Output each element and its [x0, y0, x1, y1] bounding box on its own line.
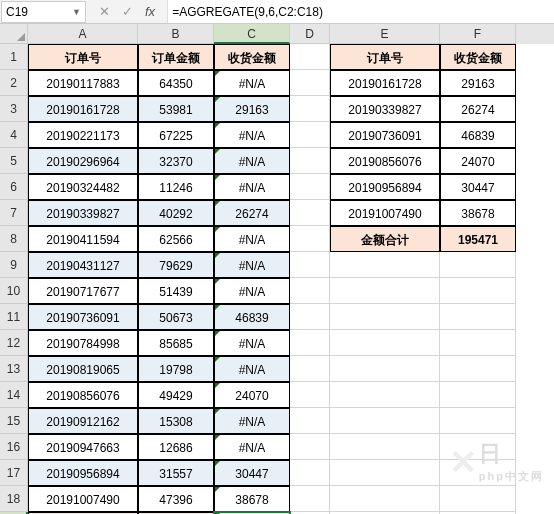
cell[interactable]: 20190912162: [28, 408, 138, 434]
cell[interactable]: 64350: [138, 70, 214, 96]
cell[interactable]: [290, 174, 330, 200]
row-header[interactable]: 4: [0, 122, 28, 148]
cell[interactable]: 20190784998: [28, 330, 138, 356]
cell[interactable]: #N/A: [214, 278, 290, 304]
cell[interactable]: [330, 304, 440, 330]
cell[interactable]: 20190431127: [28, 252, 138, 278]
row-header[interactable]: 3: [0, 96, 28, 122]
cell[interactable]: 195471: [440, 226, 516, 252]
cell[interactable]: 20190736091: [28, 304, 138, 330]
cell[interactable]: 30447: [214, 460, 290, 486]
row-header[interactable]: 5: [0, 148, 28, 174]
cell[interactable]: 49429: [138, 382, 214, 408]
cell[interactable]: 20190296964: [28, 148, 138, 174]
row-header[interactable]: 7: [0, 200, 28, 226]
cell[interactable]: 20190324482: [28, 174, 138, 200]
fx-icon[interactable]: fx: [145, 4, 155, 19]
cell[interactable]: 20190947663: [28, 434, 138, 460]
cell[interactable]: 收货金额: [214, 44, 290, 70]
cell[interactable]: [330, 408, 440, 434]
cell[interactable]: [330, 486, 440, 512]
cell[interactable]: #N/A: [214, 330, 290, 356]
spreadsheet-grid[interactable]: 1订单号订单金额收货金额订单号收货金额22019011788364350#N/A…: [0, 44, 554, 514]
cell[interactable]: [440, 356, 516, 382]
cell[interactable]: [290, 460, 330, 486]
cell[interactable]: [440, 304, 516, 330]
chevron-down-icon[interactable]: ▼: [72, 7, 81, 17]
cell[interactable]: [290, 148, 330, 174]
cell[interactable]: 20190221173: [28, 122, 138, 148]
row-header[interactable]: 13: [0, 356, 28, 382]
cell[interactable]: #N/A: [214, 252, 290, 278]
cell[interactable]: #N/A: [214, 356, 290, 382]
row-header[interactable]: 11: [0, 304, 28, 330]
cell[interactable]: 79629: [138, 252, 214, 278]
row-header[interactable]: 6: [0, 174, 28, 200]
cell[interactable]: [290, 408, 330, 434]
cell[interactable]: #N/A: [214, 148, 290, 174]
cell[interactable]: 20190717677: [28, 278, 138, 304]
cell[interactable]: 38678: [214, 486, 290, 512]
cell[interactable]: 订单号: [28, 44, 138, 70]
cell[interactable]: 85685: [138, 330, 214, 356]
cell[interactable]: #N/A: [214, 122, 290, 148]
cell[interactable]: [290, 304, 330, 330]
cell[interactable]: 46839: [214, 304, 290, 330]
select-all-corner[interactable]: [0, 24, 28, 44]
cell[interactable]: #N/A: [214, 174, 290, 200]
cell[interactable]: [330, 460, 440, 486]
cell[interactable]: 26274: [214, 200, 290, 226]
cell[interactable]: 20190161728: [330, 70, 440, 96]
cell[interactable]: 19798: [138, 356, 214, 382]
col-header-d[interactable]: D: [290, 24, 330, 44]
cell[interactable]: [290, 486, 330, 512]
cell[interactable]: [330, 382, 440, 408]
cell[interactable]: 20190956894: [28, 460, 138, 486]
cell[interactable]: 29163: [440, 70, 516, 96]
cell[interactable]: [330, 356, 440, 382]
cell[interactable]: [290, 44, 330, 70]
cell[interactable]: 订单号: [330, 44, 440, 70]
cell[interactable]: [330, 252, 440, 278]
cell[interactable]: 24070: [440, 148, 516, 174]
cell[interactable]: 20190956894: [330, 174, 440, 200]
cell[interactable]: 46839: [440, 122, 516, 148]
cell[interactable]: [440, 252, 516, 278]
cell[interactable]: 20190856076: [28, 382, 138, 408]
cell[interactable]: 47396: [138, 486, 214, 512]
cell[interactable]: 11246: [138, 174, 214, 200]
cell[interactable]: 30447: [440, 174, 516, 200]
cell[interactable]: [290, 70, 330, 96]
cell[interactable]: 50673: [138, 304, 214, 330]
cell[interactable]: 24070: [214, 382, 290, 408]
cell[interactable]: 20191007490: [330, 200, 440, 226]
cell[interactable]: #N/A: [214, 434, 290, 460]
cell[interactable]: [440, 486, 516, 512]
cell[interactable]: 20190819065: [28, 356, 138, 382]
col-header-c[interactable]: C: [214, 24, 290, 44]
cell[interactable]: 12686: [138, 434, 214, 460]
cell[interactable]: [290, 356, 330, 382]
name-box[interactable]: C19 ▼: [1, 1, 86, 23]
cell[interactable]: 20191007490: [28, 486, 138, 512]
cell[interactable]: 40292: [138, 200, 214, 226]
row-header[interactable]: 16: [0, 434, 28, 460]
cell[interactable]: [440, 330, 516, 356]
row-header[interactable]: 10: [0, 278, 28, 304]
row-header[interactable]: 15: [0, 408, 28, 434]
cell[interactable]: 20190736091: [330, 122, 440, 148]
cell[interactable]: [440, 278, 516, 304]
cell[interactable]: 20190856076: [330, 148, 440, 174]
cell[interactable]: 67225: [138, 122, 214, 148]
cell[interactable]: [330, 434, 440, 460]
cell[interactable]: [290, 330, 330, 356]
row-header[interactable]: 17: [0, 460, 28, 486]
row-header[interactable]: 12: [0, 330, 28, 356]
cell[interactable]: #N/A: [214, 70, 290, 96]
cell[interactable]: #N/A: [214, 408, 290, 434]
col-header-a[interactable]: A: [28, 24, 138, 44]
col-header-f[interactable]: F: [440, 24, 516, 44]
cell[interactable]: [330, 278, 440, 304]
row-header[interactable]: 1: [0, 44, 28, 70]
cell[interactable]: [330, 330, 440, 356]
